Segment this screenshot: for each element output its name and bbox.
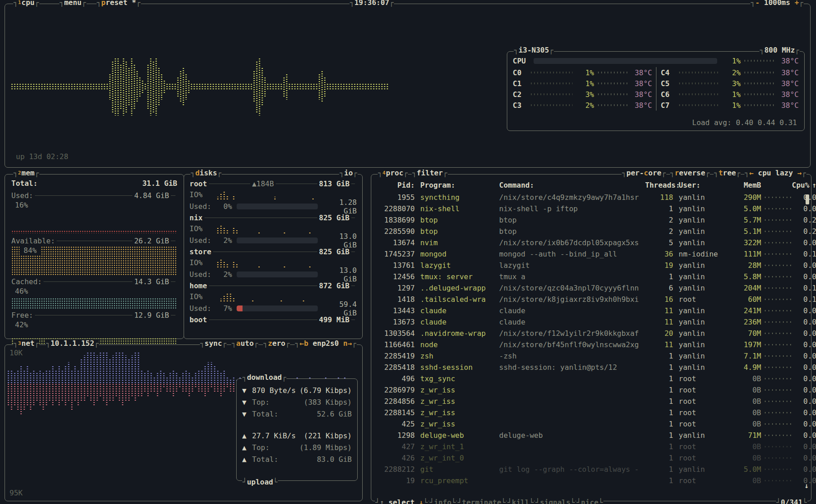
process-row[interactable]: 12456tmux: servertmux a1yanlin5.8M0.0 <box>375 271 809 282</box>
sort-mode-label: cpu lazy <box>758 169 793 177</box>
core-list-right: C42%38°CC53%38°CC61%38°CC71%38°C <box>656 67 799 111</box>
net-box: ┐3net┌ ┐10.1.1.152┌ ┐sync┌ ┐auto┌ ┐zero┌… <box>5 344 363 501</box>
disk-used-row: Used:0%1.28 GiB <box>189 201 357 212</box>
preset-button[interactable]: ┐preset *┌ <box>97 0 141 7</box>
signals-button[interactable]: ┘signals└ <box>535 498 575 504</box>
disk-used-row: Used:2%13.0 GiB <box>189 235 357 246</box>
col-program: Program: <box>417 181 497 189</box>
uptime-text: up 13d 02:28 <box>16 152 68 161</box>
interval-increase-button[interactable]: + <box>795 0 799 7</box>
select-down-arrow[interactable]: ↓ <box>419 498 423 504</box>
process-row[interactable]: 2288145z_wr_iss1root0B0.0 <box>375 407 809 418</box>
tab-proc[interactable]: ┐4proc┌ <box>378 169 408 177</box>
process-row[interactable]: 1418.tailscaled-wra/nix/store/k8jgiaxrz8… <box>375 294 809 305</box>
process-row[interactable]: 2285419zsh-zsh1yanlin7.1M0.0 <box>375 350 809 362</box>
process-row[interactable]: 13443claudeclaude11yanlin241M0.0 <box>375 305 809 316</box>
proc-sort-control: ┐← cpu lazy →┌ <box>744 169 806 177</box>
net-scale-bottom: 95K <box>10 489 23 497</box>
process-row[interactable]: 1298deluge-webdeluge-web1yanlin71M0.0 <box>375 430 809 441</box>
disk-section-header: boot499 MiB <box>189 314 357 325</box>
update-interval-control: ┐- 1000ms +┌ <box>750 0 804 7</box>
select-up-arrow[interactable]: ↑ <box>380 498 384 504</box>
proc-reverse-button[interactable]: ┐reverse┌ <box>670 169 710 177</box>
download-title: ┐download┌ <box>242 373 287 382</box>
load-average: Load avg: 0.40 0.44 0.31 <box>692 118 797 127</box>
proc-percore-button[interactable]: ┐per-core┌ <box>622 169 666 177</box>
io-mode-button[interactable]: ┐io┌ <box>339 169 358 177</box>
net-stat-row: ▲Top:(1.89 Mibps) <box>242 441 352 453</box>
net-stat-row: ▲27.7 KiB/s(221 Kibps) <box>242 430 352 441</box>
core-row: C42%38°C <box>661 67 799 78</box>
sort-next-button[interactable]: → <box>797 169 802 177</box>
select-control: ┘↑ select ↓└ <box>375 498 428 504</box>
info-button[interactable]: ┘info└ <box>429 498 457 504</box>
process-row[interactable]: 1303564.navidrome-wrap/nix/store/f12w1yi… <box>375 328 809 339</box>
net-sync-button[interactable]: ┐sync┌ <box>200 339 227 348</box>
process-row[interactable]: 19rcu_preempt1root0B0.0 <box>375 475 809 486</box>
process-row[interactable]: 2284856z_wr_iss1root0B0.0 <box>375 396 809 407</box>
tab-net[interactable]: ┐3net┌ <box>13 339 39 348</box>
terminate-button[interactable]: ┘terminate└ <box>457 498 506 504</box>
process-row[interactable]: 1166461node/nix/store/bf45nflf0wylnscwwa… <box>375 339 809 350</box>
process-row[interactable]: 2288212gitgit log --graph --color=always… <box>375 464 809 475</box>
net-stat-row: ▼Total:52.6 GiB <box>242 408 352 420</box>
select-label: select <box>389 498 415 504</box>
proc-counter: ┘0/341└ <box>776 498 807 504</box>
col-command: Command: <box>499 181 643 189</box>
process-row[interactable]: 2285418sshd-sessionsshd-session: yanlin@… <box>375 362 809 373</box>
net-interface-switcher: ┐←b enp2s0 n→┌ <box>295 339 357 348</box>
sort-prev-button[interactable]: ← <box>749 169 754 177</box>
process-row[interactable]: 1745237mongodmongod --auth --bind_ip_all… <box>375 248 809 260</box>
process-row[interactable]: 1297..deluged-wrapp/nix/store/qzc04a3npl… <box>375 282 809 294</box>
core-row: C11%38°C <box>513 78 652 89</box>
process-row[interactable]: 13673claudeclaude11yanlin236M0.0 <box>375 316 809 328</box>
process-row[interactable]: 2288070nix-shellnix-shell -p iftop1yanli… <box>375 203 809 214</box>
col-pid: Pid: <box>375 181 415 189</box>
net-prev-interface-button[interactable]: ←b <box>300 339 308 348</box>
tab-cpu[interactable]: ┐1cpu┌ <box>13 0 39 7</box>
interval-decrease-button[interactable]: - <box>755 0 760 7</box>
scrollbar-thumb[interactable] <box>806 194 809 204</box>
core-row: C61%38°C <box>661 89 799 100</box>
cpu-model-label: ┐i3-N305┌ <box>514 46 554 54</box>
process-row[interactable]: 426z_wr_int_01root0B0.0 <box>375 452 809 464</box>
net-zero-button[interactable]: ┐zero┌ <box>263 339 290 348</box>
proc-tree-button[interactable]: ┐tree┌ <box>714 169 741 177</box>
process-row[interactable]: 13761lazygitlazygit19yanlin28M0.0 <box>375 260 809 271</box>
cpu-usage-graph <box>11 54 389 120</box>
col-threads: Threads: <box>645 181 673 189</box>
proc-table-header: Pid: Program: Command: Threads: User: Me… <box>375 179 809 191</box>
cpu-detail-panel: ┐i3-N305┌ ┐800 MHz┌ CPU 1% 38°C C01%38°C… <box>507 51 805 131</box>
process-row[interactable]: 425z_wr_iss1root0B0.0 <box>375 418 809 430</box>
process-row[interactable]: 13674nvim/nix/store/ix0b67dcdpl05xpagx5x… <box>375 237 809 248</box>
disk-used-row: Used:7%59.4 GiB <box>189 303 357 314</box>
process-row[interactable]: 1838699btopbtop2yanlin5.7M0.2 <box>375 214 809 226</box>
tab-mem[interactable]: ┐2mem┌ <box>13 169 39 177</box>
proc-box: ┐4proc┌ ┐filter┌ ┐per-core┌ ┐reverse┌ ┐t… <box>371 174 811 501</box>
cpu-frequency-label: ┐800 MHz┌ <box>759 46 800 54</box>
process-row[interactable]: 2286979z_wr_iss1root0B0.0 <box>375 384 809 396</box>
scroll-down-arrow[interactable]: ↓ <box>804 481 809 490</box>
clock: ┐19:36:07┌ <box>350 0 394 7</box>
process-row[interactable]: 1955syncthing/nix/store/c4q9zmkzy9awy7h7… <box>375 192 809 203</box>
disk-section-header: root▲184B813 GiB <box>189 178 357 189</box>
nice-button[interactable]: ┘nice└ <box>576 498 603 504</box>
mem-total-value: 31.1 GiB <box>142 179 177 190</box>
menu-button[interactable]: ┐menu┌ <box>59 0 87 7</box>
mem-total-row: Total: 31.1 GiB <box>11 179 177 190</box>
net-auto-button[interactable]: ┐auto┌ <box>231 339 258 348</box>
kill-button[interactable]: ┘kill└ <box>507 498 534 504</box>
mem-entry-divider: Free:12.9 GiB <box>11 310 177 320</box>
process-row[interactable]: 427z_wr_int_11root0B0.0 <box>375 441 809 452</box>
mem-box: ┐2mem┌ Total: 31.1 GiB Used:4.84 GiB16%A… <box>5 174 184 339</box>
process-row[interactable]: 2285590btopbtop2yanlin5.1M0.2 <box>375 226 809 237</box>
process-row[interactable]: 496txg_sync1root0B0.0 <box>375 373 809 384</box>
mem-entry-divider: Available:26.2 GiB <box>11 235 177 246</box>
net-next-interface-button[interactable]: n→ <box>343 339 352 348</box>
cpu-total-row: CPU 1% 38°C <box>513 55 799 66</box>
disk-used-row: Used:2%13.0 GiB <box>189 269 357 280</box>
mem-entry-divider: Used:4.84 GiB <box>11 190 177 201</box>
proc-filter-button[interactable]: ┐filter┌ <box>412 169 447 177</box>
disks-title: ┐disks┌ <box>190 169 222 177</box>
core-row: C53%38°C <box>661 78 799 89</box>
